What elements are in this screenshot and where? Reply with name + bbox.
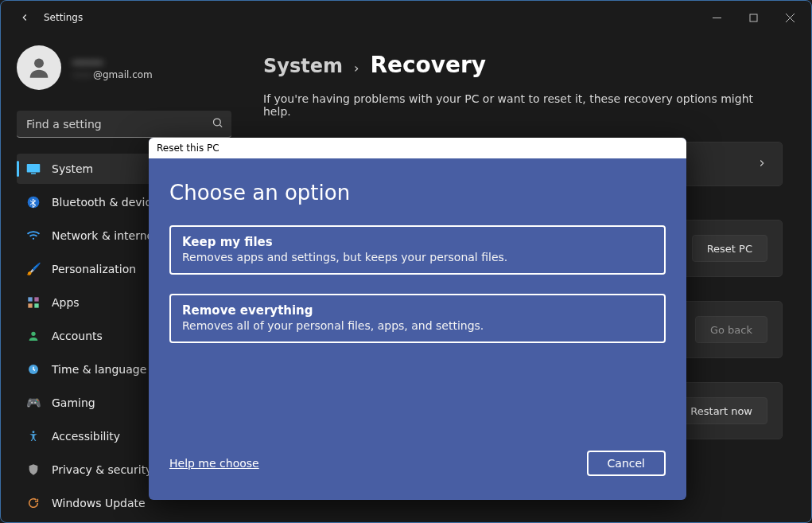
sidebar-item-label: Bluetooth & devices bbox=[52, 196, 164, 209]
wifi-icon bbox=[26, 228, 41, 243]
breadcrumb: System › Recovery bbox=[263, 52, 783, 78]
option-title: Keep my files bbox=[182, 235, 653, 249]
sidebar-item-label: Accessibility bbox=[52, 430, 120, 443]
svg-point-15 bbox=[31, 332, 35, 336]
svg-point-5 bbox=[214, 119, 221, 126]
profile-block[interactable]: ------ ------@gmail.com bbox=[17, 45, 231, 90]
accessibility-icon bbox=[26, 429, 41, 443]
restart-now-button[interactable]: Restart now bbox=[675, 397, 767, 424]
chevron-right-icon bbox=[756, 157, 767, 172]
svg-point-10 bbox=[33, 238, 34, 240]
go-back-button[interactable]: Go back bbox=[695, 316, 767, 343]
svg-rect-13 bbox=[28, 303, 32, 307]
apps-icon bbox=[26, 295, 41, 310]
profile-name: ------ bbox=[72, 55, 153, 69]
search-icon bbox=[212, 117, 223, 132]
sidebar-item-label: System bbox=[52, 162, 93, 175]
help-me-choose-link[interactable]: Help me choose bbox=[169, 457, 259, 470]
reset-pc-dialog: Reset this PC Choose an option Keep my f… bbox=[149, 138, 686, 500]
update-icon bbox=[26, 496, 41, 510]
dialog-titlebar: Reset this PC bbox=[149, 138, 686, 158]
person-icon bbox=[26, 329, 41, 343]
close-button[interactable] bbox=[771, 5, 808, 30]
breadcrumb-parent[interactable]: System bbox=[263, 55, 343, 77]
svg-rect-8 bbox=[31, 173, 36, 174]
gamepad-icon: 🎮 bbox=[26, 396, 41, 410]
svg-point-4 bbox=[34, 58, 44, 68]
chevron-right-icon: › bbox=[354, 60, 359, 76]
brush-icon: 🖌️ bbox=[26, 262, 41, 276]
option-desc: Removes all of your personal files, apps… bbox=[182, 319, 653, 332]
app-title: Settings bbox=[44, 12, 83, 23]
back-button[interactable] bbox=[18, 11, 31, 24]
option-title: Remove everything bbox=[182, 303, 653, 318]
reset-pc-button[interactable]: Reset PC bbox=[692, 235, 767, 262]
cancel-button[interactable]: Cancel bbox=[587, 451, 666, 476]
sidebar-item-label: Accounts bbox=[52, 330, 103, 342]
sidebar-item-label: Time & language bbox=[52, 363, 146, 376]
svg-rect-14 bbox=[34, 303, 38, 307]
sidebar-item-label: Personalization bbox=[52, 263, 136, 275]
shield-icon bbox=[26, 463, 41, 477]
clock-icon bbox=[26, 362, 41, 377]
svg-line-6 bbox=[220, 125, 222, 127]
dialog-heading: Choose an option bbox=[169, 181, 666, 205]
sidebar-item-label: Windows Update bbox=[52, 497, 146, 509]
search-container bbox=[17, 111, 231, 138]
monitor-icon bbox=[26, 162, 41, 176]
svg-rect-11 bbox=[28, 297, 32, 301]
search-input[interactable] bbox=[17, 111, 231, 138]
minimize-button[interactable] bbox=[698, 5, 735, 30]
titlebar: Settings bbox=[1, 1, 811, 34]
avatar bbox=[17, 45, 61, 90]
option-remove-everything[interactable]: Remove everything Removes all of your pe… bbox=[169, 294, 666, 343]
svg-point-17 bbox=[33, 431, 35, 433]
profile-email: ------@gmail.com bbox=[72, 69, 153, 80]
page-description: If you're having problems with your PC o… bbox=[263, 92, 783, 118]
option-desc: Removes apps and settings, but keeps you… bbox=[182, 251, 653, 263]
svg-rect-12 bbox=[34, 297, 38, 301]
sidebar-item-label: Privacy & security bbox=[52, 463, 152, 476]
sidebar-item-label: Gaming bbox=[52, 396, 95, 409]
svg-rect-7 bbox=[27, 164, 41, 173]
svg-rect-1 bbox=[750, 14, 757, 21]
page-title: Recovery bbox=[370, 52, 486, 78]
option-keep-my-files[interactable]: Keep my files Removes apps and settings,… bbox=[169, 225, 666, 275]
bluetooth-icon bbox=[26, 195, 41, 209]
maximize-button[interactable] bbox=[735, 5, 771, 30]
settings-window: Settings ------ ------@gmail.com bbox=[0, 0, 812, 523]
sidebar-item-label: Apps bbox=[52, 296, 80, 309]
sidebar-item-label: Network & internet bbox=[52, 229, 158, 242]
